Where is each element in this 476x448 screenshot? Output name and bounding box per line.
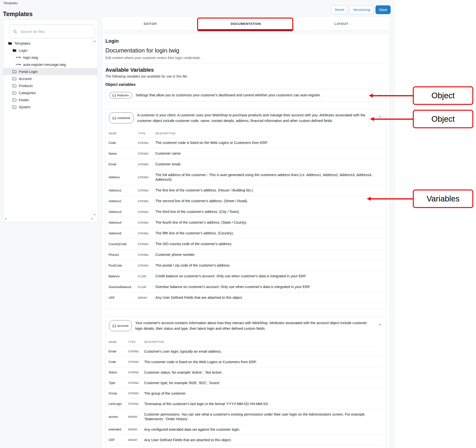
tab-documentation[interactable]: DOCUMENTATION xyxy=(198,17,294,30)
variable-row: extendedARRAYAny configured extended dat… xyxy=(109,424,383,435)
variable-description: The postal / zip code of the customer's … xyxy=(155,260,383,271)
variable-name: Address5 xyxy=(109,229,138,238)
variable-name: Address2 xyxy=(109,197,138,206)
variable-row: OverdueBalanceFLOATOverdue balance on cu… xyxy=(109,282,383,292)
variable-description: The ISO country code of the customer's a… xyxy=(155,239,383,249)
reset-button[interactable]: Reset xyxy=(331,5,348,14)
scroll-right-icon[interactable] xyxy=(91,218,93,220)
variable-name: Name xyxy=(109,149,138,158)
braces-icon: { } xyxy=(112,94,116,97)
variable-name: Email xyxy=(109,347,128,356)
tab-layout[interactable]: LAYOUT xyxy=(294,17,389,30)
object-description: Your customer's account contains informa… xyxy=(135,320,369,331)
object-chip-account: { }account xyxy=(109,320,132,331)
tree-item-products[interactable]: Products xyxy=(3,82,97,89)
variable-type: STRING xyxy=(138,173,155,182)
object-card-header: { }featuresSettings that allow you to cu… xyxy=(106,89,386,101)
variable-description: Customer's user login; typically an emai… xyxy=(144,346,383,357)
variable-description: The fifth line of the customer's address… xyxy=(155,228,383,239)
tree-item-system[interactable]: System xyxy=(3,103,97,110)
tree-item-portal-login[interactable]: Portal Login xyxy=(3,68,97,75)
variable-description: Customer email. xyxy=(155,159,383,169)
tree-item-label: Account xyxy=(19,77,31,81)
folder-filled-icon xyxy=(12,49,17,52)
column-header: TYPE xyxy=(128,338,144,346)
tree-item-account[interactable]: Account xyxy=(3,75,97,82)
tree-item-templates[interactable]: Templates xyxy=(3,40,97,47)
variable-type: STRING xyxy=(128,347,144,356)
tree-item-login[interactable]: Login xyxy=(3,47,97,54)
documentation-panel: Login Documentation for login.twig Edit … xyxy=(102,34,389,448)
variable-type: ARRAY xyxy=(128,436,144,444)
variable-description: The customer code is listed on the Web L… xyxy=(155,138,383,148)
tree-item-footer[interactable]: Footer xyxy=(3,96,97,103)
variable-type: STRING xyxy=(138,240,155,249)
variable-name: Code xyxy=(109,138,138,148)
scroll-up-icon[interactable] xyxy=(93,40,96,42)
object-name: features xyxy=(117,94,129,97)
folder-outline-icon xyxy=(12,105,17,109)
tree-item-label: auto-register-message.twig xyxy=(23,63,66,67)
variable-name: Address1 xyxy=(109,186,138,195)
versioning-button[interactable]: Versioning xyxy=(350,5,374,14)
scroll-down-icon[interactable] xyxy=(93,214,96,216)
search-input[interactable] xyxy=(10,25,95,38)
variable-name: Balance xyxy=(109,272,138,281)
variable-description: The first line of the customer's address… xyxy=(155,185,383,196)
variable-name: Address3 xyxy=(109,207,138,217)
variable-description: Customer phone number. xyxy=(155,249,383,260)
available-variables-subtitle: The following variables are available fo… xyxy=(105,74,386,79)
tree-item-auto-register-message-twig[interactable]: HTMLauto-register-message.twig xyxy=(3,61,97,68)
variable-type: FLOAT xyxy=(138,283,155,291)
breadcrumb[interactable]: Templates xyxy=(3,1,18,5)
html-file-icon: HTML xyxy=(17,63,21,66)
doc-description: Edit content where your customer enters … xyxy=(105,56,386,60)
tab-editor[interactable]: EDITOR xyxy=(102,17,198,30)
column-header: NAME xyxy=(109,130,138,137)
tree-item-label: Templates xyxy=(14,41,30,45)
object-description: A customer is your client. A customer us… xyxy=(137,112,369,123)
scroll-left-icon[interactable] xyxy=(5,218,6,220)
variable-description: The group of the customer xyxy=(144,388,383,398)
chevron-up-icon[interactable] xyxy=(378,115,382,119)
variable-name: Phone1 xyxy=(109,250,138,259)
variable-description: Timestamp of the customer's last login i… xyxy=(144,399,383,409)
chevron-up-icon[interactable] xyxy=(378,323,382,327)
variable-type: STRING xyxy=(138,208,155,216)
file-sidebar: TemplatesLoginHTMLlogin.twigHTMLauto-reg… xyxy=(3,20,98,222)
variable-row: NameSTRINGCustomer name. xyxy=(109,148,383,159)
variable-name: Group xyxy=(109,389,128,398)
variable-name: LastLogin xyxy=(109,399,128,408)
save-button[interactable]: Save xyxy=(375,5,391,14)
object-variables-title: Object variables xyxy=(105,82,386,87)
variable-name: OverdueBalance xyxy=(109,282,138,292)
variable-description: Any configured extended data set against… xyxy=(144,424,383,435)
variable-description: The fourth line of the customer's addres… xyxy=(155,217,383,228)
variable-description: The customer code is listed on the Web L… xyxy=(144,357,383,367)
tree-item-label: login.twig xyxy=(23,56,38,60)
variables-table: NAMETYPEDESCRIPTIONEmailSTRINGCustomer's… xyxy=(109,338,383,445)
variable-name: Email xyxy=(109,160,138,169)
column-header: TYPE xyxy=(138,130,155,137)
variable-type: STRING xyxy=(128,379,144,387)
variable-type: STRING xyxy=(138,261,155,270)
variable-type: STRING xyxy=(138,197,155,206)
variable-type: ARRAY xyxy=(138,293,155,302)
variable-row: CodeSTRINGThe customer code is listed on… xyxy=(109,138,383,148)
tree-item-login-twig[interactable]: HTMLlogin.twig xyxy=(3,54,97,61)
variable-row: Address3STRINGThe third line of the cust… xyxy=(109,207,383,217)
object-description: Settings that allow you to customize you… xyxy=(136,92,321,98)
folder-outline-icon xyxy=(12,98,17,101)
variable-type: STRING xyxy=(128,368,144,377)
annotation-variables: Variables xyxy=(413,189,473,208)
variable-type: STRING xyxy=(128,389,144,398)
variable-row: Address2STRINGThe second line of the cus… xyxy=(109,196,383,207)
object-name: customer xyxy=(117,116,130,119)
variable-name: extended xyxy=(109,425,128,434)
variables-table: NAMETYPEDESCRIPTIONCodeSTRINGThe custome… xyxy=(109,130,383,303)
file-tree: TemplatesLoginHTMLlogin.twigHTMLauto-reg… xyxy=(3,40,97,110)
tree-item-label: Portal Login xyxy=(19,70,38,74)
tree-item-categories[interactable]: Categories xyxy=(3,89,97,96)
variable-name: Status xyxy=(109,368,128,377)
variable-description: The second line of the customer's addres… xyxy=(155,196,383,206)
